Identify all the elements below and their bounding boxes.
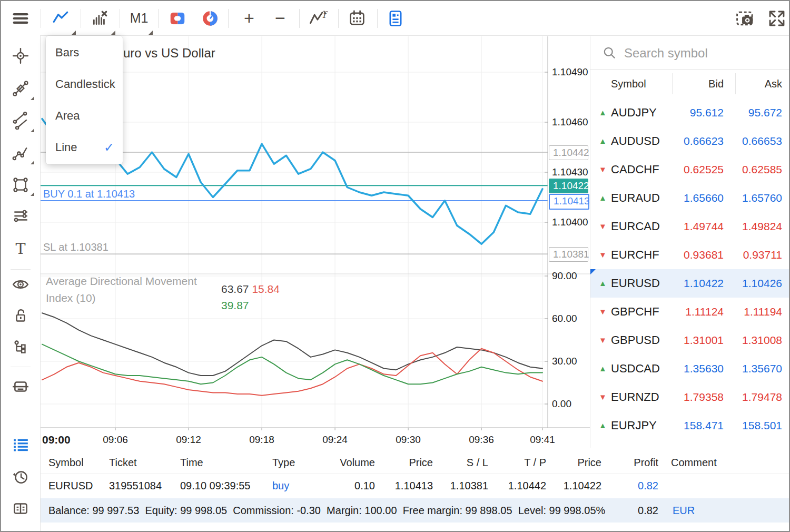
bid-price: 1.65660	[684, 184, 724, 212]
menu-item-candlestick[interactable]: Candlestick	[46, 68, 123, 100]
bid-price: 1.10422	[684, 269, 724, 298]
position-row[interactable]: EURUSD31955108409.10 09:39:55buy0.101.10…	[41, 474, 790, 497]
market-watch-row-euraud[interactable]: ▲ EURAUD 1.65660 1.65760	[590, 184, 790, 212]
ask-price: 1.65760	[742, 184, 782, 212]
symbol-name: EURJPY	[611, 411, 657, 440]
adx-value: 63.67	[221, 283, 249, 295]
position-tp: 1.10442	[488, 474, 546, 497]
trade-list-icon	[12, 436, 29, 454]
chart-pane[interactable]: uro vs US Dollar BUY 0.1 at 1.10413 SL a…	[41, 36, 590, 448]
objects-tree-icon	[12, 339, 29, 357]
indicator-values-row1: 63.67 15.84	[221, 283, 280, 295]
arrow-down-icon: ▼	[599, 326, 607, 354]
positions-header-tp: T / P	[488, 451, 546, 474]
arrow-up-icon: ▲	[599, 98, 607, 127]
news-button[interactable]	[382, 1, 409, 35]
channels-icon	[12, 112, 29, 130]
levels-icon	[12, 207, 29, 225]
zoom-in-button[interactable]: +	[236, 1, 262, 35]
arrow-down-icon: ▼	[599, 241, 607, 269]
market-watch-row-gbpusd[interactable]: ▼ GBPUSD 1.31001 1.31008	[590, 326, 790, 354]
menu-item-area[interactable]: Area	[46, 100, 123, 132]
history-button[interactable]	[1, 465, 40, 489]
market-watch-row-audjpy[interactable]: ▲ AUDJPY 95.612 95.672	[590, 98, 790, 127]
take-profit-price-box[interactable]: 1.10442	[549, 145, 588, 160]
menu-item-bars[interactable]: Bars	[46, 37, 123, 68]
crosshair-button[interactable]	[1, 44, 40, 68]
positions-header-sl: S / L	[433, 451, 488, 474]
news-document-icon	[386, 9, 405, 28]
market-watch-row-usdcad[interactable]: ▲ USDCAD 1.35630 1.35670	[590, 354, 790, 383]
calendar-button[interactable]	[344, 1, 370, 35]
visibility-button[interactable]	[1, 272, 40, 297]
indicator-name-line1: Average Directional Movement	[46, 275, 197, 288]
ask-price: 0.62585	[742, 155, 782, 184]
stop-loss-price-box[interactable]: 1.10381	[549, 247, 588, 262]
indicator-values-row2: 39.87	[221, 299, 249, 312]
bid-price: 1.35630	[684, 354, 724, 383]
fullscreen-icon	[767, 9, 786, 28]
svg-text:f: f	[322, 9, 328, 19]
symbol-name: EURNZD	[611, 383, 659, 411]
hamburger-icon	[11, 9, 30, 28]
positions-header-symbol: Symbol	[48, 451, 109, 474]
indicator-name-line2: Index (10)	[46, 292, 96, 304]
column-header-bid: Bid	[708, 69, 724, 98]
objects-tree-button[interactable]	[1, 336, 40, 360]
time-tick-label: 09:36	[469, 431, 494, 448]
shapes-icon	[12, 176, 29, 194]
ask-price: 1.35670	[742, 354, 782, 383]
chart-type-button[interactable]	[47, 1, 75, 35]
fullscreen-button[interactable]	[764, 1, 790, 35]
indicators-button[interactable]: f	[305, 1, 331, 35]
lock-button[interactable]	[1, 304, 40, 328]
symbol-name: EURCHF	[611, 241, 659, 269]
market-watch-row-eurusd[interactable]: ▲ EURUSD 1.10422 1.10426	[590, 269, 790, 298]
indicator-function-icon: f	[309, 9, 328, 28]
price-tick-label: 1.10460	[552, 115, 588, 129]
position-type: buy	[272, 474, 320, 497]
market-watch-row-gbpchf[interactable]: ▼ GBPCHF 1.11124 1.11194	[590, 298, 790, 326]
history-clock-icon	[12, 468, 29, 486]
market-watch-row-eurnzd[interactable]: ▼ EURNZD 1.79358 1.79478	[590, 383, 790, 411]
trade-list-button[interactable]	[1, 433, 40, 457]
market-watch-row-eurcad[interactable]: ▼ EURCAD 1.49744 1.49824	[590, 212, 790, 241]
zoom-out-button[interactable]: −	[267, 1, 293, 35]
search-symbol-input[interactable]	[623, 42, 783, 65]
time-tick-label: 09:30	[396, 431, 421, 448]
screenshot-button[interactable]	[732, 1, 758, 35]
arrow-down-icon: ▼	[599, 383, 607, 411]
market-watch-row-cadchf[interactable]: ▼ CADCHF 0.62525 0.62585	[590, 155, 790, 184]
position-price_current: 1.10422	[546, 474, 601, 497]
arrow-up-icon: ▲	[599, 184, 607, 212]
symbol-name: EURAUD	[611, 184, 660, 212]
close-chart-button[interactable]	[86, 1, 114, 35]
positions-header-ticket: Ticket	[109, 451, 180, 474]
levels-button[interactable]	[1, 204, 40, 228]
text-button[interactable]: T	[1, 237, 40, 261]
position-price-price-box[interactable]: 1.10413	[549, 194, 589, 210]
trade-dialog-button[interactable]	[1, 374, 40, 398]
market-watch-row-audusd[interactable]: ▲ AUDUSD 0.66623 0.66653	[590, 127, 790, 155]
menu-item-line[interactable]: Line✓	[46, 132, 123, 163]
journal-button[interactable]	[1, 496, 40, 520]
symbol-search-row	[590, 36, 790, 70]
market-watch-row-eurjpy[interactable]: ▲ EURJPY 158.471 158.501	[590, 411, 790, 440]
position-price_open: 1.10413	[375, 474, 433, 497]
position-symbol: EURUSD	[48, 474, 109, 497]
chart-title: uro vs US Dollar	[123, 46, 215, 61]
price-chart[interactable]	[41, 36, 590, 448]
hamburger-menu-button[interactable]	[8, 1, 33, 35]
time-tick-label: 09:18	[249, 431, 274, 448]
time-tick-label: 09:12	[176, 431, 201, 448]
ask-price: 0.93711	[743, 241, 782, 269]
market-watch-row-eurchf[interactable]: ▼ EURCHF 0.93681 0.93711	[590, 241, 790, 269]
positions-header-price_current: Price	[546, 451, 601, 474]
position-profit: 0.82	[601, 474, 658, 497]
depth-of-market-button[interactable]	[197, 1, 223, 35]
position-ticket: 319551084	[109, 474, 180, 497]
symbol-name: EURCAD	[611, 212, 660, 241]
one-click-trading-button[interactable]	[164, 1, 191, 35]
one-click-trading-icon	[168, 9, 187, 28]
symbol-name: CADCHF	[611, 155, 659, 184]
